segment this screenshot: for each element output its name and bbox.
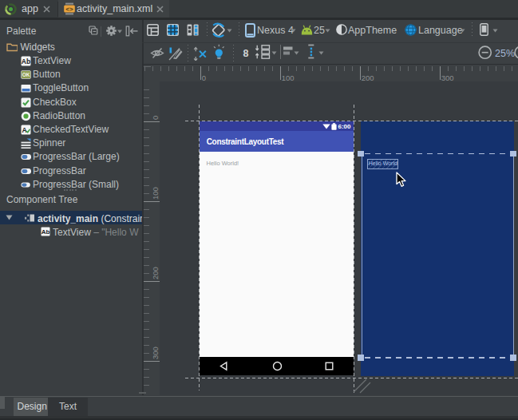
svg-text:A: A <box>22 126 26 134</box>
svg-text:Ab: Ab <box>21 57 30 65</box>
svg-text:<>: <> <box>65 6 73 13</box>
svg-text:OK: OK <box>22 72 30 77</box>
svg-text:Ab: Ab <box>42 228 50 236</box>
